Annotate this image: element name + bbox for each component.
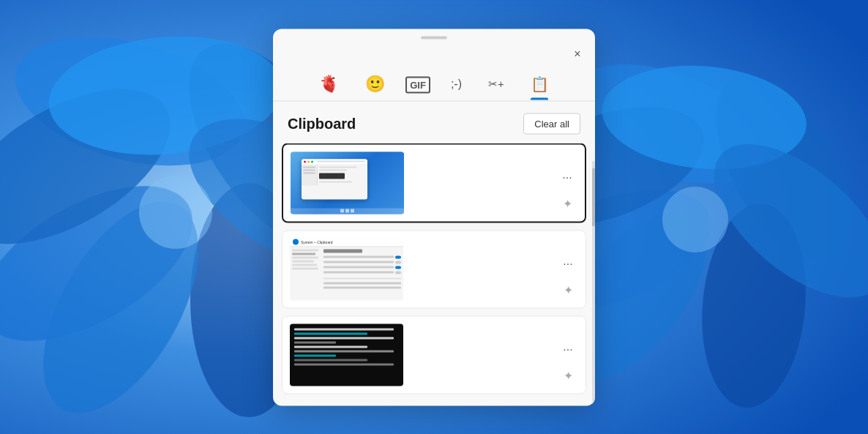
drag-bar bbox=[421, 36, 447, 39]
thumb2-right-content bbox=[323, 249, 401, 298]
close-button[interactable]: × bbox=[567, 43, 588, 64]
clear-all-button[interactable]: Clear all bbox=[523, 113, 580, 134]
clip-item-3-body: ··· ✦ bbox=[290, 323, 578, 386]
clip-item-3-pin-button[interactable]: ✦ bbox=[558, 365, 578, 386]
thumb2-avatar-icon bbox=[293, 239, 299, 245]
panel-header-row: × bbox=[273, 43, 595, 67]
tab-kaomoji[interactable]: 🫀 bbox=[313, 70, 345, 100]
thumb2-left-nav bbox=[292, 249, 321, 298]
clipboard-item-3[interactable]: ··· ✦ bbox=[282, 315, 586, 394]
panel-scrollbar[interactable] bbox=[592, 160, 595, 405]
clipboard-item-2[interactable]: System – Clipboard bbox=[282, 230, 586, 308]
tabs-row: 🫀 🙂 GIF ;-) ✂+ 📋 bbox=[273, 67, 595, 101]
tab-symbols[interactable]: ✂+ bbox=[482, 72, 510, 97]
clip-item-1-pin-button[interactable]: ✦ bbox=[557, 193, 577, 214]
clip-item-1-more-button[interactable]: ··· bbox=[557, 167, 577, 187]
clipboard-items-container: ··· ✦ System – Clipboard bbox=[273, 143, 595, 405]
clipboard-panel: × 🫀 🙂 GIF ;-) ✂+ 📋 Clipboard Clear all bbox=[273, 29, 595, 405]
clip-thumbnail-3 bbox=[290, 323, 403, 386]
clip-item-2-body: System – Clipboard bbox=[290, 238, 578, 300]
clip-item-2-actions: ··· ✦ bbox=[558, 253, 578, 300]
thumb2-titlebar: System – Clipboard bbox=[290, 238, 403, 247]
clipboard-item-1[interactable]: ··· ✦ bbox=[282, 143, 586, 222]
terminal-content bbox=[290, 323, 403, 372]
panel-scrollbar-thumb bbox=[592, 168, 595, 226]
clip-item-1-actions: ··· ✦ bbox=[557, 167, 577, 214]
tab-emoji[interactable]: 🙂 bbox=[359, 70, 391, 100]
panel-drag-handle[interactable] bbox=[273, 29, 595, 43]
tab-gif[interactable]: GIF bbox=[405, 77, 430, 94]
clip-item-1-body: ··· ✦ bbox=[291, 151, 577, 214]
svg-point-9 bbox=[139, 176, 212, 249]
clip-item-2-pin-button[interactable]: ✦ bbox=[558, 280, 578, 300]
tab-clipboard[interactable]: 📋 bbox=[525, 70, 555, 100]
clip-thumbnail-1 bbox=[291, 151, 404, 214]
tab-kaomoji2[interactable]: ;-) bbox=[445, 72, 468, 97]
clip-item-2-more-button[interactable]: ··· bbox=[558, 253, 578, 274]
clip-item-3-more-button[interactable]: ··· bbox=[558, 339, 578, 359]
thumb2-content bbox=[290, 247, 403, 300]
svg-point-18 bbox=[662, 187, 728, 252]
clip-thumbnail-2: System – Clipboard bbox=[290, 238, 403, 300]
clip-item-3-actions: ··· ✦ bbox=[558, 339, 578, 386]
clipboard-title-row: Clipboard Clear all bbox=[273, 101, 595, 143]
clipboard-title: Clipboard bbox=[288, 115, 356, 132]
